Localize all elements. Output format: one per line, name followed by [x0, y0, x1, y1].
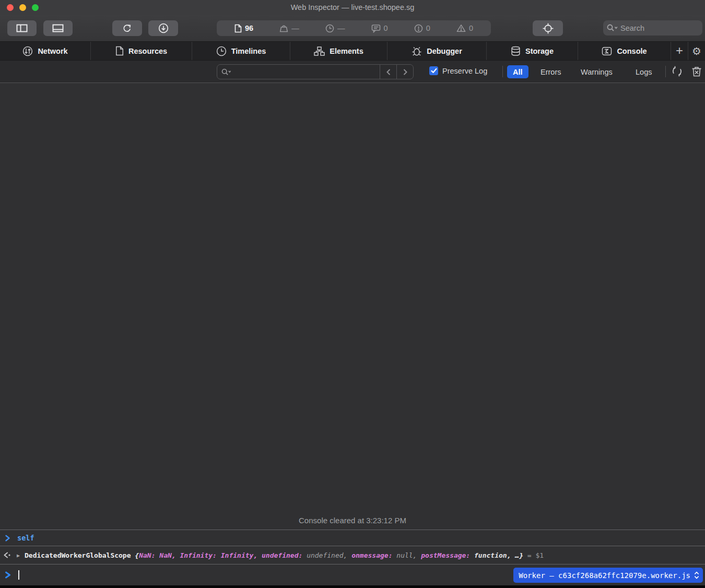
console-command-row[interactable]: self [0, 530, 705, 546]
console-filter-bar: Preserve Log All Errors Warnings Logs [0, 61, 705, 83]
scope-warnings-button[interactable]: Warnings [575, 65, 618, 78]
disclosure-triangle-icon[interactable]: ▶ [17, 552, 20, 558]
issue-count-value: 0 [426, 24, 430, 32]
preserve-log-control[interactable]: Preserve Log [429, 66, 487, 75]
console-icon [602, 46, 612, 56]
resource-count-item[interactable]: 96 [234, 24, 253, 33]
tab-label: Elements [330, 47, 363, 55]
tab-label: Storage [525, 47, 554, 55]
bottom-drawer-icon [52, 24, 64, 32]
console-filter-input[interactable] [231, 68, 380, 76]
find-next-button[interactable] [396, 65, 413, 79]
document-icon [234, 24, 242, 33]
scope-errors-button[interactable]: Errors [535, 65, 567, 78]
checkmark-icon [431, 68, 437, 74]
command-prompt-icon [5, 535, 10, 542]
load-time-item[interactable]: — [325, 24, 345, 33]
plus-icon: + [676, 44, 683, 57]
window-title: Web Inspector — live-test.shopee.sg [291, 3, 415, 11]
tab-label: Console [617, 47, 647, 55]
console-content: Console cleared at 3:23:12 PM self ▶ Ded… [0, 83, 705, 585]
console-result-row[interactable]: ▶ DedicatedWorkerGlobalScope {NaN: NaN, … [0, 546, 705, 565]
tab-label: Debugger [427, 47, 462, 55]
new-tab-button[interactable]: + [671, 42, 688, 60]
activity-summary-pill: 96 — — 0 0 0 [217, 20, 491, 36]
tab-timelines[interactable]: Timelines [192, 42, 290, 60]
zoom-window-button[interactable] [32, 4, 39, 11]
toggle-bottom-drawer-button[interactable] [43, 20, 73, 36]
resource-weight-value: — [291, 24, 299, 32]
download-icon [158, 23, 169, 33]
console-message-count-value: 0 [384, 24, 388, 32]
scope-label: Errors [540, 68, 561, 76]
console-filter-field[interactable] [217, 64, 414, 79]
text-caret [18, 570, 19, 580]
time-icon [325, 24, 334, 33]
circular-arrows-icon [671, 65, 684, 78]
tab-label: Network [38, 47, 67, 55]
tab-debugger[interactable]: Debugger [387, 42, 487, 60]
element-selection-button[interactable] [533, 20, 563, 36]
reload-page-button[interactable] [112, 20, 142, 36]
minimize-window-button[interactable] [19, 4, 26, 11]
inspector-settings-button[interactable]: ⚙ [688, 42, 705, 60]
issue-circle-icon [414, 24, 423, 33]
command-text: self [17, 534, 34, 542]
garbage-collect-button[interactable] [671, 65, 684, 80]
result-object-text: DedicatedWorkerGlobalScope {NaN: NaN, In… [25, 551, 544, 559]
execution-context-picker[interactable]: Worker — c63cf268a62ffc12079e.worker.js [513, 568, 703, 583]
crosshair-icon [543, 23, 554, 34]
debugger-bug-icon [412, 46, 422, 56]
warning-count-item[interactable]: 0 [456, 24, 473, 32]
scope-label: Warnings [581, 68, 613, 76]
scope-all-button[interactable]: All [507, 65, 528, 78]
chevron-right-icon [403, 68, 408, 76]
weight-icon [279, 24, 288, 33]
global-search-field[interactable] [603, 20, 702, 36]
tab-resources[interactable]: Resources [91, 42, 192, 60]
preserve-log-checkbox[interactable] [429, 66, 438, 75]
scope-label: All [513, 68, 523, 76]
tab-label: Resources [128, 47, 167, 55]
load-time-value: — [337, 24, 345, 32]
console-prompt-icon [5, 571, 11, 579]
trash-icon [691, 65, 702, 77]
scope-label: Logs [636, 68, 652, 76]
filter-divider [665, 66, 666, 77]
console-cleared-row: Console cleared at 3:23:12 PM [0, 511, 705, 530]
inspector-toolbar: 96 — — 0 0 0 [0, 15, 705, 42]
window-bottom-edge [0, 585, 705, 588]
console-input-row[interactable]: Worker — c63cf268a62ffc12079e.worker.js [0, 565, 705, 585]
download-web-archive-button[interactable] [148, 20, 178, 36]
tab-storage[interactable]: Storage [487, 42, 578, 60]
tab-network[interactable]: Network [0, 42, 91, 60]
filter-divider [502, 66, 503, 77]
updown-chevrons-icon [694, 571, 699, 580]
warning-triangle-icon [456, 24, 466, 32]
search-icon [607, 24, 618, 32]
console-empty-area [0, 83, 705, 511]
execution-context-label: Worker — c63cf268a62ffc12079e.worker.js [519, 571, 690, 580]
toggle-left-sidebar-button[interactable] [7, 20, 37, 36]
close-window-button[interactable] [7, 4, 14, 11]
filter-search-icon [221, 68, 231, 76]
clear-console-button[interactable] [691, 65, 702, 79]
find-previous-button[interactable] [380, 65, 396, 79]
network-icon [22, 46, 33, 56]
warning-count-value: 0 [469, 24, 473, 32]
console-cleared-message: Console cleared at 3:23:12 PM [299, 516, 406, 525]
scope-logs-button[interactable]: Logs [630, 65, 657, 78]
resource-weight-item[interactable]: — [279, 24, 299, 33]
console-message-count-item[interactable]: 0 [371, 24, 388, 33]
traffic-lights [7, 4, 39, 11]
tab-console[interactable]: Console [578, 42, 671, 60]
tab-label: Timelines [231, 47, 266, 55]
result-arrow-icon [3, 552, 11, 558]
tab-elements[interactable]: Elements [290, 42, 387, 60]
resources-icon [115, 46, 124, 56]
search-input[interactable] [620, 24, 683, 32]
inspector-tab-bar: Network Resources Timelines Elements Deb… [0, 42, 705, 61]
issue-count-item[interactable]: 0 [414, 24, 430, 33]
left-sidebar-icon [16, 24, 28, 32]
resource-count-value: 96 [245, 24, 253, 32]
